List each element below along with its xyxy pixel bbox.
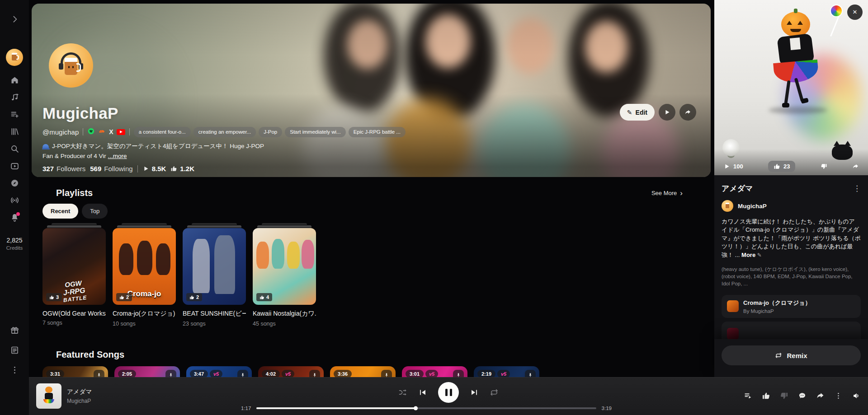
nav-search-button[interactable] (5, 141, 24, 158)
share-button[interactable] (852, 163, 859, 170)
now-playing-artist[interactable]: MugichaP (67, 398, 92, 404)
track-title: アメダマ (722, 183, 753, 194)
progress-bar[interactable] (256, 407, 596, 409)
volume-button[interactable] (852, 392, 861, 401)
playlist-title[interactable]: Kawaii Nostalgia(カワ... (253, 310, 316, 318)
credits-label: Credits (6, 245, 23, 251)
chevron-right-icon: › (680, 189, 683, 197)
bio-text: J-POP大好きマン。架空のアーティスト4組をプロデュース中！ Huge J-P… (52, 142, 264, 150)
profile-handle[interactable]: @mugichap (42, 128, 79, 136)
play-icon (142, 165, 149, 172)
sidebar-more-button[interactable] (5, 362, 24, 380)
shuffle-button[interactable] (398, 388, 407, 397)
whats-new-button[interactable] (5, 342, 24, 360)
playlist-cover[interactable]: Croma-jo 2 (113, 228, 176, 305)
thumb-up-icon (259, 295, 264, 300)
playlist-cover[interactable]: 4 (253, 228, 316, 305)
soundcloud-icon[interactable] (98, 127, 106, 137)
youtube-icon[interactable] (117, 129, 125, 135)
description-more-link[interactable]: More (741, 252, 755, 258)
tag-pill[interactable]: J-Pop (259, 127, 282, 137)
queue-button[interactable] (744, 392, 752, 401)
pencil-icon[interactable]: ✎ (757, 252, 762, 258)
document-icon (10, 345, 19, 356)
tag-pill[interactable]: creating an empower... (193, 127, 256, 137)
profile-avatar[interactable] (49, 43, 93, 88)
filter-top-tab[interactable]: Top (82, 204, 108, 219)
thumb-up-icon (49, 295, 54, 300)
dislike-button[interactable] (780, 392, 788, 401)
kebab-menu-icon (834, 392, 843, 400)
shuffle-icon (398, 388, 407, 397)
playlist-card[interactable]: Croma-jo 2 Croma-jo(クロマジョ) 10 songs (113, 223, 176, 327)
nav-radio-button[interactable] (5, 192, 24, 210)
nav-notifications-button[interactable] (5, 210, 24, 227)
tag-pill[interactable]: Epic J-RPG battle ... (349, 127, 406, 137)
gift-button[interactable] (5, 322, 24, 340)
close-panel-button[interactable]: × (847, 5, 863, 20)
filter-recent-tab[interactable]: Recent (42, 204, 78, 219)
sidebar: 2,825 Credits (0, 0, 29, 415)
playlist-song-count: 45 songs (253, 321, 316, 327)
playlists-see-more-link[interactable]: See More › (651, 189, 683, 197)
playlist-title[interactable]: Croma-jo(クロマジョ) (113, 310, 176, 318)
video-controls: 100 23 (714, 161, 868, 172)
dislike-button[interactable] (821, 163, 827, 170)
repeat-button[interactable] (490, 388, 499, 397)
edit-profile-button[interactable]: ✎ Edit (620, 104, 655, 121)
playlists-heading: Playlists (56, 188, 93, 198)
play-icon (723, 163, 730, 170)
tag-pill[interactable]: a consistent four-o... (134, 127, 191, 137)
next-button[interactable] (470, 388, 479, 397)
tag-pill[interactable]: Start immediately wi... (285, 127, 345, 137)
pause-button[interactable] (438, 382, 459, 403)
credits-button[interactable]: 2,825 Credits (6, 237, 23, 251)
chevron-right-icon (10, 14, 19, 25)
playlist-title[interactable]: OGW(Old Gear Works) (42, 310, 106, 317)
playlist-card[interactable]: OGW J-RPG BATTLE 3 OGW(Old Gear Works) 7… (42, 223, 106, 327)
comment-button[interactable] (798, 392, 807, 401)
profile-banner: MugichaP @mugichap X a consistent four-o… (32, 4, 711, 177)
playback-controls (398, 382, 499, 403)
nav-create-button[interactable] (5, 89, 24, 107)
like-button[interactable]: 23 (768, 161, 795, 172)
playlist-reference-card[interactable]: Croma-jo（クロマジョ） By MugichaP (722, 295, 861, 318)
now-playing-panel: × 100 23 アメダマ ⋮ (714, 0, 868, 415)
profile-share-button[interactable] (679, 104, 696, 121)
nav-clips-button[interactable] (5, 158, 24, 175)
artist-avatar (722, 200, 733, 212)
profile-play-button[interactable] (659, 104, 675, 121)
x-twitter-icon[interactable]: X (109, 128, 113, 135)
style-tags: (heavy auto tune), (ケロケロボイス), (kero kero… (714, 259, 868, 287)
song-video-preview[interactable]: × 100 23 (714, 0, 868, 175)
nav-explore-button[interactable] (5, 175, 24, 192)
bio-more-link[interactable]: ...more (108, 153, 127, 159)
share-button[interactable] (816, 392, 825, 401)
track-options-button[interactable]: ⋮ (853, 184, 861, 193)
playlist-card[interactable]: 2 BEAT SUNSHINE(ビー... 23 songs (183, 223, 246, 327)
nav-playlist-add-button[interactable] (5, 107, 24, 124)
player-bar: アメダマ MugichaP 1:17 3:19 (29, 377, 868, 415)
playlist-cover[interactable]: 2 (183, 228, 246, 305)
expand-sidebar-button[interactable] (5, 11, 24, 29)
player-more-button[interactable] (834, 392, 843, 401)
playlist-card[interactable]: 4 Kawaii Nostalgia(カワ... 45 songs (253, 223, 316, 327)
spotify-icon[interactable] (87, 127, 95, 137)
nav-home-button[interactable] (5, 72, 24, 89)
kebab-menu-icon: ⋮ (853, 184, 861, 193)
user-avatar[interactable] (6, 49, 23, 66)
like-button[interactable] (762, 392, 770, 401)
now-playing-thumbnail[interactable] (36, 383, 61, 409)
remix-button[interactable]: Remix (722, 345, 861, 365)
sidebar-bottom (5, 322, 24, 380)
playlist-title[interactable]: BEAT SUNSHINE(ビー... (183, 310, 246, 318)
following-stat[interactable]: 569Following (90, 165, 132, 173)
followers-stat[interactable]: 327Followers (42, 165, 85, 173)
now-playing-title[interactable]: アメダマ (67, 388, 92, 396)
nav-library-button[interactable] (5, 124, 24, 141)
artist-row[interactable]: MugichaP (714, 194, 868, 212)
playlist-cover[interactable]: OGW J-RPG BATTLE 3 (42, 228, 106, 305)
remix-icon (775, 352, 782, 359)
compass-icon (10, 178, 19, 189)
previous-button[interactable] (418, 388, 427, 397)
